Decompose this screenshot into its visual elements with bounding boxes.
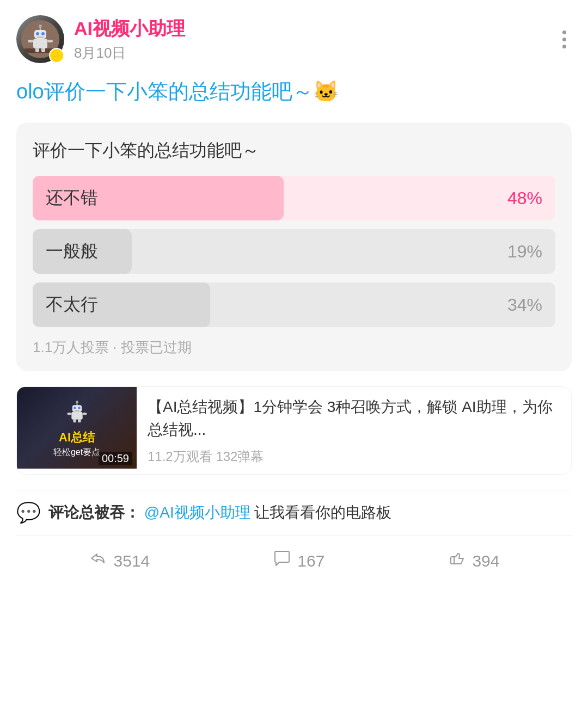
comment-bold-label: 评论总被吞： xyxy=(48,504,140,521)
comment-preview[interactable]: 💬 评论总被吞： @AI视频小助理 让我看看你的电路板 xyxy=(16,490,572,535)
poll-label-2: 一般般 xyxy=(33,239,98,263)
svg-rect-19 xyxy=(74,410,79,411)
svg-rect-21 xyxy=(82,413,87,415)
svg-rect-8 xyxy=(37,36,44,38)
comment-button[interactable]: 167 xyxy=(272,549,324,573)
svg-rect-10 xyxy=(47,40,53,42)
poll-option-3[interactable]: 不太行 34% xyxy=(33,282,555,327)
comment-mention[interactable]: @AI视频小助理 xyxy=(144,504,250,521)
poll-footer: 1.1万人投票 · 投票已过期 xyxy=(33,338,555,357)
comment-suffix: 让我看看你的电路板 xyxy=(254,504,391,521)
video-thumbnail-label: AI总结 xyxy=(59,429,95,446)
svg-point-5 xyxy=(39,24,42,28)
svg-rect-24 xyxy=(451,557,454,564)
svg-rect-12 xyxy=(41,48,45,52)
comment-icon xyxy=(272,549,292,573)
svg-rect-23 xyxy=(78,419,81,422)
post-date: 8月10日 xyxy=(74,44,185,63)
svg-point-17 xyxy=(74,407,76,409)
poll-card: 评价一下小笨的总结功能吧～ 还不错 48% 一般般 19% 不太行 34% 1.… xyxy=(16,122,572,371)
poll-options: 还不错 48% 一般般 19% 不太行 34% xyxy=(33,176,555,327)
header-info: AI视频小助理 8月10日 xyxy=(74,16,185,63)
video-card[interactable]: AI总结 轻松get要点 00:59 【AI总结视频】1分钟学会 3种召唤方式，… xyxy=(16,386,572,475)
username[interactable]: AI视频小助理 xyxy=(74,16,185,41)
comment-preview-icon: 💬 xyxy=(16,501,41,524)
video-info: 【AI总结视频】1分钟学会 3种召唤方式，解锁 AI助理，为你总结视... 11… xyxy=(148,387,571,474)
avatar-badge: ⚡ xyxy=(49,48,64,63)
video-thumbnail: AI总结 轻松get要点 00:59 xyxy=(17,387,137,469)
action-bar: 3514 167 394 xyxy=(16,535,572,589)
like-count: 394 xyxy=(472,552,499,570)
video-title: 【AI总结视频】1分钟学会 3种召唤方式，解锁 AI助理，为你总结视... xyxy=(148,396,562,441)
svg-point-18 xyxy=(78,407,81,409)
poll-percent-1: 48% xyxy=(507,188,542,208)
post-header: ⚡ AI视频小助理 8月10日 xyxy=(16,15,572,63)
video-thumbnail-sublabel: 轻松get要点 xyxy=(53,447,100,458)
share-count: 3514 xyxy=(114,552,150,570)
poll-percent-3: 34% xyxy=(507,295,542,315)
svg-rect-2 xyxy=(33,39,47,48)
svg-point-7 xyxy=(41,32,45,35)
more-options-button[interactable] xyxy=(557,25,572,54)
svg-rect-22 xyxy=(73,419,76,422)
poll-percent-2: 19% xyxy=(507,242,542,262)
post-title: olo评价一下小笨的总结功能吧～🐱 xyxy=(16,76,572,107)
video-thumbnail-content: AI总结 轻松get要点 xyxy=(53,397,100,458)
avatar-wrapper[interactable]: ⚡ xyxy=(16,15,64,63)
poll-option-1[interactable]: 还不错 48% xyxy=(33,176,555,220)
like-button[interactable]: 394 xyxy=(447,549,499,573)
like-icon xyxy=(447,549,467,573)
svg-rect-11 xyxy=(35,48,39,52)
svg-rect-20 xyxy=(67,413,71,415)
post-title-text: olo评价一下小笨的总结功能吧～🐱 xyxy=(16,80,339,103)
svg-rect-9 xyxy=(28,40,33,42)
comment-preview-text: 评论总被吞： @AI视频小助理 让我看看你的电路板 xyxy=(48,501,391,524)
poll-label-3: 不太行 xyxy=(33,293,98,317)
comment-count: 167 xyxy=(297,552,324,570)
video-duration: 00:59 xyxy=(99,452,132,465)
svg-point-6 xyxy=(36,32,39,35)
svg-point-16 xyxy=(76,401,78,403)
svg-rect-13 xyxy=(71,412,82,420)
poll-label-1: 还不错 xyxy=(33,186,98,210)
video-meta: 11.2万观看 132弹幕 xyxy=(148,448,562,465)
post-container: ⚡ AI视频小助理 8月10日 olo评价一下小笨的总结功能吧～🐱 评价一下小笨… xyxy=(0,0,588,589)
share-icon xyxy=(89,549,108,573)
header-left: ⚡ AI视频小助理 8月10日 xyxy=(16,15,185,63)
poll-question: 评价一下小笨的总结功能吧～ xyxy=(33,139,555,163)
poll-option-2[interactable]: 一般般 19% xyxy=(33,229,555,274)
share-button[interactable]: 3514 xyxy=(89,549,150,573)
